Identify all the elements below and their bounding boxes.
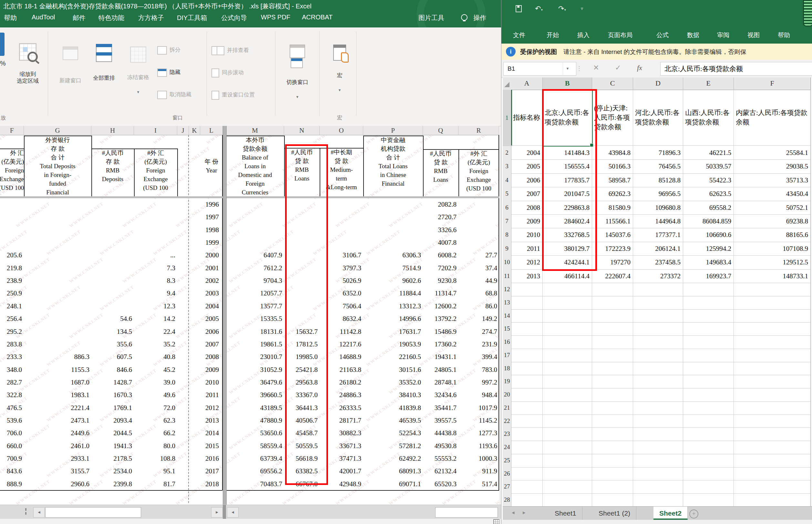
zoom-to-selection-button[interactable]: 缩放到 选定区域 [12, 36, 44, 91]
row-header-5[interactable]: 5 [503, 187, 511, 201]
ribbon-tab-插入[interactable]: 插入 [577, 31, 590, 39]
cell-N-2011[interactable]: 33367.0 [284, 389, 318, 401]
column-header-Q[interactable]: Q [423, 126, 459, 135]
cell-R-2013[interactable]: 1145.2 [459, 414, 497, 427]
row-header-26[interactable]: 26 [503, 467, 511, 481]
cell-I-2004[interactable]: 12.3 [134, 300, 175, 312]
cell-P-2011[interactable]: 38410.3 [363, 389, 421, 401]
cell-G-2014[interactable]: 2449.6 [24, 427, 89, 439]
cell-L-2005[interactable]: 2005 [200, 312, 219, 325]
ribbon-tab-AudTool[interactable]: AudTool [32, 14, 55, 21]
cell-L-2002[interactable]: 2002 [200, 275, 219, 287]
ribbon-tab-邮件[interactable]: 邮件 [73, 14, 86, 22]
cell-H-2016[interactable]: 2178.5 [92, 452, 132, 465]
cell-A2[interactable]: 2004 [511, 146, 540, 160]
freeze-panes-button[interactable]: 冻结窗格 ▼ [122, 40, 154, 102]
cell-L-1998[interactable]: 1998 [200, 224, 219, 236]
row-header-15[interactable]: 15 [503, 322, 511, 336]
cell-C8[interactable]: 145037.6 [592, 228, 631, 242]
cell-D2[interactable]: 71896.3 [633, 146, 681, 160]
cell-Q-2010[interactable]: 28748.1 [423, 376, 457, 389]
cell-O-2014[interactable]: 30882.3 [320, 427, 361, 439]
cell-M-2016[interactable]: 63739.4 [226, 452, 282, 465]
split-button[interactable]: 拆分 [157, 46, 181, 54]
left-spreadsheet[interactable]: WWW.CNKI.NETWWW.CNKI.NETWWW.CNKI.NETWWW.… [0, 126, 499, 505]
cell-N-2014[interactable]: 45458.7 [284, 427, 318, 439]
cell-F-2018[interactable]: 888.9 [0, 478, 22, 490]
cell-I-2011[interactable]: 49.6 [134, 389, 175, 401]
split-handle-dot[interactable] [25, 512, 27, 514]
scroll-left-button[interactable]: ◂ [33, 507, 45, 518]
cell-Q-2007[interactable]: 17360.2 [423, 338, 457, 350]
ribbon-tab-公式向导[interactable]: 公式向导 [221, 14, 247, 22]
undo-button[interactable]: ↶▾ [535, 4, 543, 13]
ribbon-tab-公式[interactable]: 公式 [657, 31, 669, 39]
row-header-3[interactable]: 3 [503, 160, 511, 174]
cell-C6[interactable]: 81580.9 [592, 201, 631, 214]
cell-F-2016[interactable]: 700.9 [0, 452, 22, 465]
cell-P-2002[interactable]: 9602.6 [363, 275, 421, 287]
cell-N-2007[interactable]: 17812.5 [284, 338, 318, 350]
cell-O-2004[interactable]: 7506.4 [320, 300, 361, 312]
cell-R-2009[interactable]: 783.0 [459, 363, 497, 376]
row-header-13[interactable]: 13 [503, 296, 511, 310]
cell-D8[interactable]: 177377.1 [633, 228, 681, 242]
cell-P-2010[interactable]: 35352.0 [363, 376, 421, 389]
cell-F11[interactable]: 148733.1 [734, 269, 808, 283]
cell-Q-2009[interactable]: 24805.1 [423, 363, 457, 376]
cell-Q-1998[interactable]: 3326.6 [423, 224, 457, 236]
cell-N-2017[interactable]: 63382.5 [284, 465, 318, 477]
cell-L-2003[interactable]: 2003 [200, 287, 219, 300]
column-header-E[interactable]: E [683, 78, 734, 90]
pane-split-divider[interactable] [223, 126, 227, 505]
cell-D3[interactable]: 76456.5 [633, 160, 681, 173]
ribbon-tab-页面布局[interactable]: 页面布局 [608, 31, 632, 39]
cell-H-2008[interactable]: 607.5 [92, 350, 132, 363]
cell-F9[interactable]: 107108.9 [734, 242, 808, 256]
cell-Q-2011[interactable]: 32434.6 [423, 389, 457, 401]
cell-G-2017[interactable]: 3155.7 [24, 465, 89, 477]
cell-E8[interactable]: 106690.6 [683, 228, 731, 242]
cell-Q-2005[interactable]: 13792.2 [423, 312, 457, 325]
cell-F-2010[interactable]: 282.7 [0, 376, 22, 389]
cell-B4[interactable]: 177835.7 [543, 174, 590, 187]
freeze-pane-divider[interactable] [0, 196, 499, 198]
column-header-D[interactable]: D [633, 78, 683, 90]
column-header-A[interactable]: A [511, 78, 543, 90]
cell-R-2002[interactable]: 44.9 [459, 275, 497, 287]
cell-B11[interactable]: 466114.4 [543, 269, 590, 283]
cell-I-2009[interactable]: 45.2 [134, 363, 175, 376]
cell-O-2000[interactable]: 3106.7 [320, 249, 361, 262]
cell-O-2017[interactable]: 42001.7 [320, 465, 361, 477]
cell-A10[interactable]: 2012 [511, 256, 540, 269]
cell-L-2013[interactable]: 2013 [200, 414, 219, 427]
cell-F-2001[interactable]: 219.8 [0, 262, 22, 275]
cell-G-2012[interactable]: 2221.4 [24, 402, 89, 414]
cell-P-2004[interactable]: 13312.3 [363, 300, 421, 312]
cell-O-2003[interactable]: 6352.0 [320, 287, 361, 300]
cell-L-2010[interactable]: 2010 [200, 376, 219, 389]
row-header-25[interactable]: 25 [503, 454, 511, 468]
cell-C1[interactable]: (停止)天津:人民币:各项贷款余额 [592, 90, 633, 146]
new-sheet-button[interactable]: + [689, 509, 698, 519]
cell-Q-1997[interactable]: 2720.7 [423, 211, 457, 224]
ribbon-tab-开始[interactable]: 开始 [547, 31, 559, 39]
cell-L-2016[interactable]: 2016 [200, 452, 219, 465]
cell-L-2018[interactable]: 2018 [200, 478, 219, 490]
cell-F-2013[interactable]: 539.6 [0, 414, 22, 427]
cell-C7[interactable]: 115566.1 [592, 214, 631, 228]
cell-C4[interactable]: 58958.7 [592, 174, 631, 187]
row-header-6[interactable]: 6 [503, 201, 511, 215]
zoom-100-icon[interactable] [0, 33, 4, 56]
cell-Q-2001[interactable]: 7202.9 [423, 262, 457, 275]
cell-M-2011[interactable]: 39660.5 [226, 389, 282, 401]
cell-E1[interactable]: 山西:人民币:各项贷款余额 [683, 90, 733, 146]
cell-Q-1999[interactable]: 4007.8 [423, 236, 457, 249]
cell-P-2016[interactable]: 62492.2 [363, 452, 421, 465]
cell-O-2013[interactable]: 28171.7 [320, 414, 361, 427]
cell-L-1999[interactable]: 1999 [200, 236, 219, 249]
cell-O-2015[interactable]: 33671.3 [320, 440, 361, 452]
column-header-G[interactable]: G [24, 126, 92, 135]
formula-bar-content[interactable]: 北京:人民币:各项贷款余额 [660, 62, 812, 76]
cell-B5[interactable]: 201047.5 [543, 187, 590, 200]
